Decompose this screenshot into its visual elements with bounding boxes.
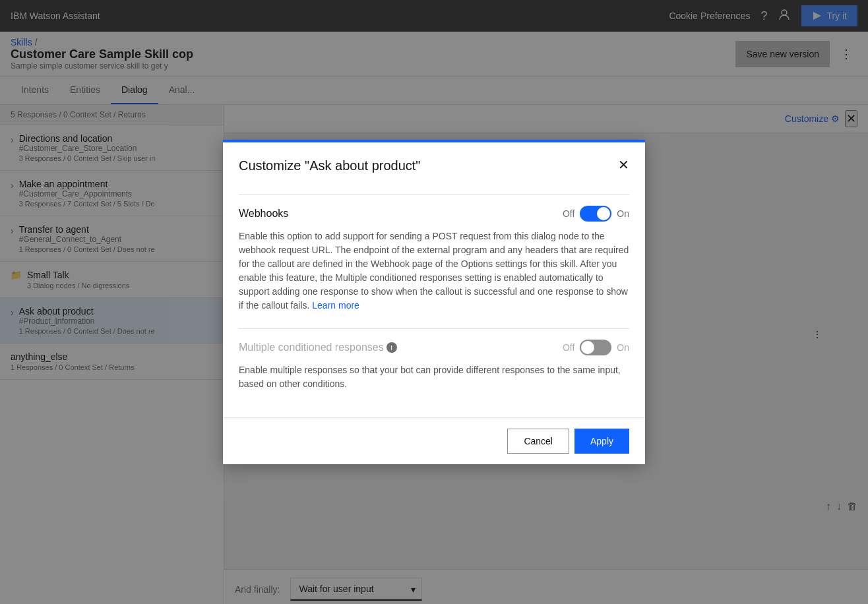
apply-button[interactable]: Apply — [574, 429, 629, 454]
multiple-responses-description: Enable multiple responses so that your b… — [239, 363, 629, 391]
webhooks-description: Enable this option to add support for se… — [239, 229, 629, 313]
webhooks-off-label: Off — [563, 208, 574, 219]
multiple-responses-section-header: Multiple conditioned responses i Off On — [239, 340, 629, 355]
multiple-responses-off-label: Off — [563, 342, 574, 353]
modal-divider — [239, 195, 629, 195]
multiple-responses-on-label: On — [617, 342, 629, 353]
modal-footer: Cancel Apply — [223, 417, 645, 464]
modal-body: Webhooks Off On Enable this option to ad… — [223, 184, 645, 417]
cancel-button[interactable]: Cancel — [507, 429, 569, 454]
info-icon[interactable]: i — [387, 342, 397, 353]
multiple-responses-toggle-wrapper: Off On — [563, 340, 629, 355]
customize-modal: Customize "Ask about product" ✕ Webhooks… — [223, 140, 645, 464]
webhooks-toggle[interactable] — [580, 206, 611, 222]
multiple-responses-toggle[interactable] — [580, 340, 611, 355]
modal-overlay[interactable]: Customize "Ask about product" ✕ Webhooks… — [0, 0, 868, 604]
webhooks-title: Webhooks — [239, 208, 288, 220]
modal-close-button[interactable]: ✕ — [618, 158, 629, 171]
modal-divider-2 — [239, 328, 629, 329]
multiple-responses-title: Multiple conditioned responses — [239, 342, 384, 353]
learn-more-link[interactable]: Learn more — [312, 300, 359, 311]
webhooks-on-label: On — [617, 208, 629, 219]
webhooks-section-header: Webhooks Off On — [239, 206, 629, 222]
toggle-knob-2 — [581, 341, 594, 354]
webhooks-toggle-wrapper: Off On — [563, 206, 629, 222]
modal-header: Customize "Ask about product" ✕ — [223, 142, 645, 184]
webhooks-section: Webhooks Off On Enable this option to ad… — [239, 206, 629, 313]
multiple-responses-section: Multiple conditioned responses i Off On … — [239, 340, 629, 391]
toggle-knob — [597, 207, 610, 220]
modal-title: Customize "Ask about product" — [239, 158, 420, 173]
